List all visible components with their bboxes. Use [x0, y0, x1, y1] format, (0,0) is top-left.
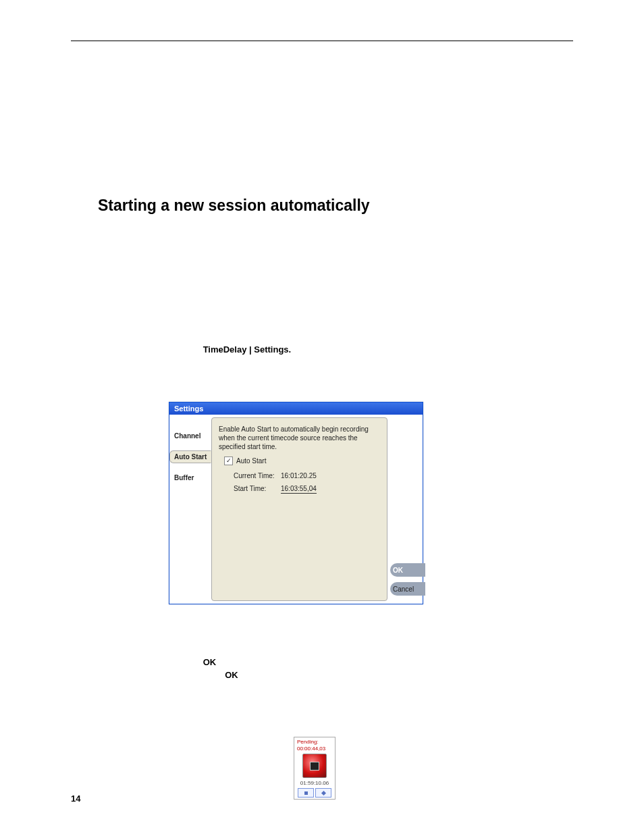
- marker-button[interactable]: [315, 788, 331, 798]
- auto-start-checkbox[interactable]: ✓: [224, 457, 233, 465]
- page-heading: Starting a new session automatically: [98, 197, 573, 215]
- dialog-title: Settings: [169, 402, 423, 415]
- start-time-input[interactable]: 16:03:55,04: [281, 485, 317, 494]
- pending-label: Pending:: [297, 739, 319, 745]
- header-rule: [71, 41, 573, 41]
- auto-start-checkbox-label: Auto Start: [236, 457, 266, 465]
- record-pending-panel: Pending: 00:00:44,03 01:59:10.06: [294, 737, 336, 800]
- pending-countdown: 00:00:44,03: [297, 746, 325, 752]
- tab-buffer[interactable]: Buffer: [169, 471, 211, 484]
- stop-button[interactable]: [298, 788, 314, 798]
- current-time-label: Current Time:: [234, 472, 281, 479]
- intro-paragraph: xxxxxxxxxxxxxxxxxxxxxxxxxxxxxxxxxxxxxxxx…: [165, 282, 573, 368]
- auto-start-description: Enable Auto Start to automatically begin…: [219, 425, 380, 451]
- menu-path: TimeDelay | Settings.: [203, 344, 292, 355]
- step-paragraph-1: xxxxxxxxxxxxxxxxxxxxxxxxxxxxxxxxxxxxxxxx…: [165, 618, 553, 720]
- tab-channel[interactable]: Channel: [169, 429, 211, 442]
- auto-start-panel: Enable Auto Start to automatically begin…: [211, 417, 387, 601]
- current-time-value: 16:01:20.25: [281, 472, 317, 479]
- page-number: 14: [71, 793, 80, 804]
- elapsed-time: 01:59:10.06: [296, 780, 333, 786]
- settings-dialog: Settings Channel Auto Start Buffer Enabl…: [169, 402, 423, 604]
- stop-icon: [304, 791, 308, 795]
- start-time-label: Start Time:: [234, 485, 281, 492]
- tab-auto-start[interactable]: Auto Start: [169, 450, 211, 463]
- save-icon: [310, 762, 319, 771]
- cancel-button[interactable]: Cancel: [390, 582, 425, 596]
- record-button[interactable]: [302, 754, 327, 778]
- ok-text-2: OK: [225, 670, 238, 680]
- ok-text-1: OK: [203, 657, 217, 667]
- ok-button[interactable]: OK: [390, 563, 425, 577]
- settings-tabs: Channel Auto Start Buffer: [169, 415, 211, 604]
- diamond-icon: [321, 791, 325, 796]
